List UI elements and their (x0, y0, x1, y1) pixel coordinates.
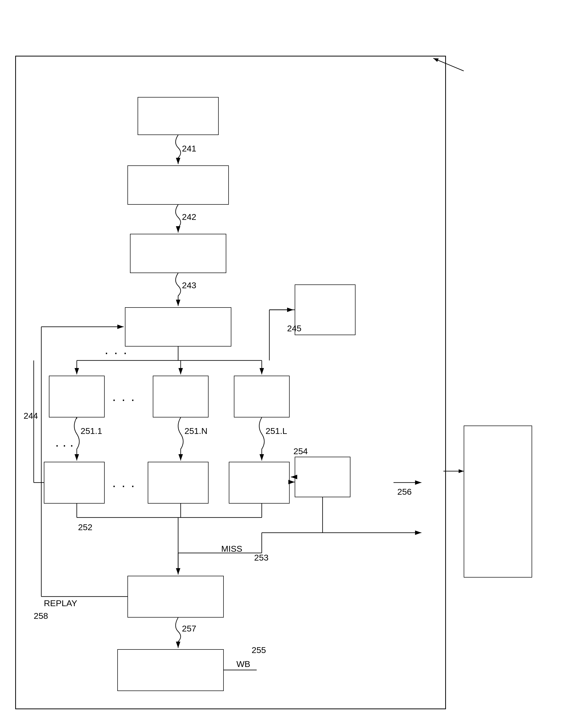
rob-box (127, 576, 224, 618)
translator-box (127, 165, 229, 205)
svg-text:251.L: 251.L (265, 426, 287, 436)
svg-text:. . .: . . . (112, 475, 135, 490)
svg-text:241: 241 (182, 144, 196, 153)
rename-box (130, 234, 226, 273)
svg-text:257: 257 (182, 624, 196, 633)
svg-text:251.1: 251.1 (81, 426, 102, 436)
svg-text:242: 242 (182, 212, 196, 222)
uncore-box (464, 426, 532, 578)
svg-text:253: 253 (254, 553, 268, 562)
svg-text:251.N: 251.N (184, 426, 207, 436)
fetch-box (138, 97, 219, 135)
eu1-box (44, 462, 105, 504)
svg-text:REPLAY: REPLAY (44, 598, 77, 608)
svg-text:243: 243 (182, 280, 196, 290)
replay-mux-box (125, 307, 231, 347)
svg-text:256: 256 (397, 487, 412, 496)
svg-text:WB: WB (236, 659, 250, 669)
svg-text:. . .: . . . (112, 389, 135, 404)
svg-text:255: 255 (251, 645, 266, 655)
svg-text:. . .: . . . (55, 435, 73, 449)
svg-text:MISS: MISS (221, 544, 242, 553)
svg-text:252: 252 (78, 522, 92, 532)
rsn-box (153, 376, 208, 417)
svg-text:. . .: . . . (105, 342, 128, 357)
svg-line-54 (433, 58, 464, 71)
diagram-outer: 241 242 243 251.1 251.N 251.L (15, 56, 446, 709)
eul-box (229, 462, 290, 504)
l1-box (295, 457, 351, 497)
svg-text:244: 244 (24, 411, 38, 420)
retire-box (117, 649, 224, 691)
rsl-box (234, 376, 290, 417)
eun-box (148, 462, 208, 504)
svg-text:258: 258 (34, 611, 48, 621)
rs1-box (49, 376, 105, 417)
reg-file-box (295, 284, 356, 335)
svg-text:254: 254 (294, 446, 308, 456)
